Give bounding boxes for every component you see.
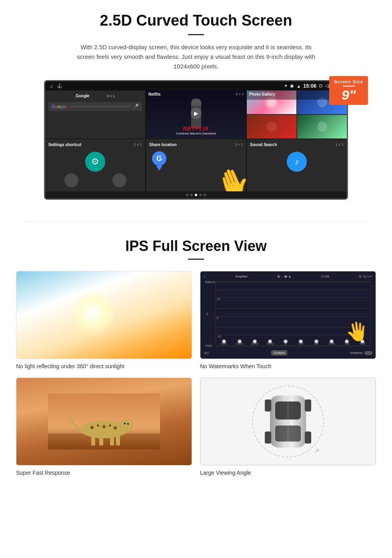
app-cell-share-location[interactable]: Share location 1 × 1 G 🤚 <box>146 139 246 191</box>
svg-rect-13 <box>110 437 114 446</box>
camera-icon: ⊡ <box>319 83 322 88</box>
title-divider <box>188 34 204 35</box>
svg-point-9 <box>127 423 129 425</box>
svg-rect-19 <box>305 399 311 411</box>
sound-size: 1 × 1 <box>336 143 344 149</box>
feature-img-car: ↗ <box>200 377 376 466</box>
status-time: 15:06 <box>303 83 316 89</box>
eq-bar-12-5k[interactable]: 12.5k <box>324 341 339 345</box>
section2-divider <box>188 259 204 260</box>
eq-bar-500hz[interactable]: 500hz <box>263 341 277 345</box>
photo-thumb-red <box>247 115 296 138</box>
settings-label: Settings shortcut <box>48 143 81 147</box>
settings-size: 1 × 1 <box>134 143 142 149</box>
google-search-bar[interactable]: Google 🎤 <box>48 102 142 111</box>
section-divider <box>24 221 368 222</box>
netflix-logo: NETFLIX <box>149 125 243 132</box>
app-cell-sound-search[interactable]: Sound Search 1 × 1 ♪ <box>247 139 347 191</box>
app-cell-netflix[interactable]: ▶ NETFLIX Continue Marvel's Daredevil Ne… <box>146 90 246 138</box>
google-logo: Google <box>52 104 67 109</box>
mic-icon[interactable]: 🎤 <box>133 104 139 109</box>
section-ips-screen: IPS Full Screen View No light reflecting… <box>0 234 392 488</box>
eq-more-icons: ⊡ ◁) □ ↩ <box>359 275 372 278</box>
svg-rect-12 <box>99 438 103 446</box>
section-curved-screen: 2.5D Curved Touch Screen With 2.5D curve… <box>0 0 392 209</box>
feature-cheetah: Super Fast Response <box>16 377 192 476</box>
badge-inches: 9" <box>342 87 356 102</box>
feature-caption-car: Large Viewing Angle <box>200 470 376 476</box>
netflix-label: Netflix <box>148 92 161 96</box>
maps-label: Share location <box>149 143 177 147</box>
google-bar <box>69 106 130 107</box>
eq-fader-label: Fader <box>205 344 214 347</box>
netflix-size: 3 × 2 <box>236 92 244 98</box>
location-icon: ◉ <box>290 83 294 88</box>
hand-icon: 🤚 <box>211 162 246 191</box>
svg-point-7 <box>114 426 117 430</box>
gallery-label: Photo Gallery <box>249 92 275 96</box>
dot-3[interactable] <box>195 194 197 196</box>
app-cell-google[interactable]: Google 3 × 1 Google 🎤 <box>45 90 145 138</box>
sunlight-visual <box>16 271 192 359</box>
maps-size: 1 × 1 <box>235 143 243 149</box>
eq-side-labels: Balance ◁) Fader <box>204 280 216 348</box>
svg-point-8 <box>119 420 133 431</box>
eq-top-bar: ⌂ Amplifier ⊞ ··· ◉ ▲ 17:33 ⊡ ◁) □ ↩ <box>204 275 372 278</box>
device-mockup: Screen Size 9" ⌂ ⚓ ✦ ◉ ▲ 15:06 ⊡ ◁) ✕ <box>44 80 348 200</box>
eq-bar-10k[interactable]: 10k <box>309 341 323 345</box>
dot-4[interactable] <box>199 194 202 196</box>
dot-5[interactable] <box>204 194 206 196</box>
feature-sunlight: No light reflecting under 360° direct su… <box>16 271 192 369</box>
dot-1[interactable] <box>186 194 188 196</box>
eq-grid: 10 0 -10 60hz 100hz 200h <box>216 281 371 346</box>
dot-2[interactable] <box>190 194 193 196</box>
feature-img-equalizer: ⌂ Amplifier ⊞ ··· ◉ ▲ 17:33 ⊡ ◁) □ ↩ Bal… <box>200 271 376 359</box>
cheetah-visual <box>16 378 192 465</box>
sound-icon: ♪ <box>287 152 307 172</box>
eq-bar-100hz[interactable]: 100hz <box>232 341 246 345</box>
netflix-subtitle: Continue Marvel's Daredevil <box>149 132 243 135</box>
eq-loudness-label: loudness <box>350 351 363 355</box>
svg-rect-18 <box>265 399 271 411</box>
feature-equalizer: ⌂ Amplifier ⊞ ··· ◉ ▲ 17:33 ⊡ ◁) □ ↩ Bal… <box>200 271 376 369</box>
badge-divider <box>343 86 355 86</box>
section1-title: 2.5D Curved Touch Screen <box>24 12 368 29</box>
cheetah-svg <box>48 393 160 450</box>
eq-back-icon[interactable]: ◁◁ <box>204 351 208 355</box>
play-button[interactable]: ▶ <box>190 108 202 119</box>
eq-main-area: Balance ◁) Fader 10 <box>204 280 372 348</box>
feature-caption-sunlight: No light reflecting under 360° direct su… <box>16 363 192 369</box>
app-grid-row2: Settings shortcut 1 × 1 ⚙ Share location… <box>45 139 347 191</box>
app-grid-row1: Google 3 × 1 Google 🎤 <box>45 90 347 138</box>
eq-bar-2-5k[interactable]: 2.5k <box>294 341 308 345</box>
car-view-arrow: ↗ <box>314 447 319 455</box>
wifi-icon: ▲ <box>296 84 301 88</box>
eq-bar-60hz[interactable]: 60hz <box>217 341 231 345</box>
svg-rect-21 <box>305 432 311 444</box>
bluetooth-icon: ✦ <box>284 83 288 88</box>
eq-bar-1k[interactable]: 1k <box>278 341 293 345</box>
equalizer-visual: ⌂ Amplifier ⊞ ··· ◉ ▲ 17:33 ⊡ ◁) □ ↩ Bal… <box>200 271 376 359</box>
device-screen: ⌂ ⚓ ✦ ◉ ▲ 15:06 ⊡ ◁) ✕ ▭ <box>44 80 348 200</box>
svg-point-5 <box>102 425 106 428</box>
svg-point-10 <box>124 423 126 424</box>
pagination-dots <box>45 191 347 199</box>
eq-bar-sub[interactable]: SUB <box>355 341 370 345</box>
feature-img-cheetah <box>16 377 192 466</box>
svg-rect-17 <box>275 426 301 442</box>
app-cell-settings[interactable]: Settings shortcut 1 × 1 ⚙ <box>45 139 145 191</box>
feature-grid: No light reflecting under 360° direct su… <box>16 271 376 476</box>
feature-caption-equalizer: No Watermarks When Touch <box>200 363 376 369</box>
eq-icons: ⊞ ··· ◉ ▲ <box>277 275 291 278</box>
eq-home-icon: ⌂ <box>204 275 206 278</box>
svg-rect-11 <box>91 437 95 446</box>
feature-caption-cheetah: Super Fast Response <box>16 470 192 476</box>
eq-volume-icon: ◁) <box>205 312 214 315</box>
eq-title: Amplifier <box>235 275 248 278</box>
eq-custom-button[interactable]: Custom <box>271 350 287 355</box>
toggle-pill[interactable] <box>364 351 372 355</box>
usb-icon: ⚓ <box>57 83 62 88</box>
svg-rect-20 <box>265 432 271 444</box>
svg-point-3 <box>90 426 94 429</box>
eq-bar-200hz[interactable]: 200hz <box>248 341 262 345</box>
